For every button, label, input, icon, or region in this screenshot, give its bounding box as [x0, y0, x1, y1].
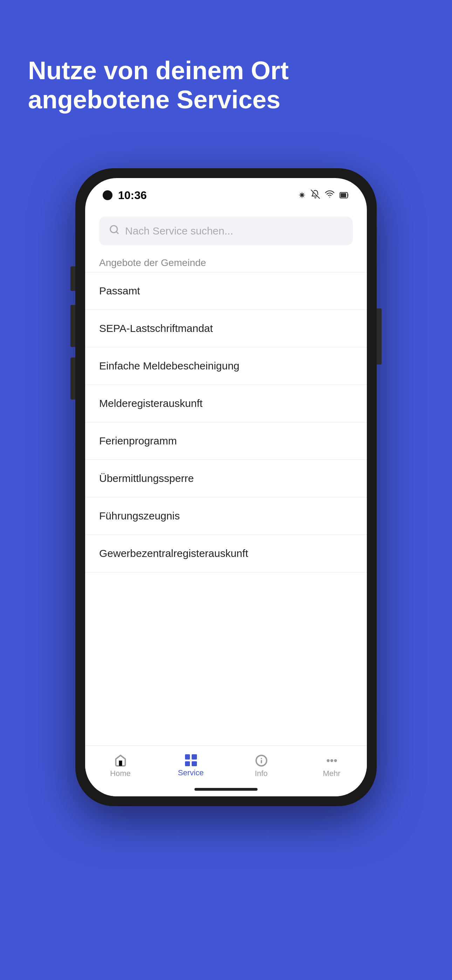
list-item-text: Einfache Meldebescheinigung — [99, 360, 239, 372]
svg-line-0 — [311, 190, 320, 198]
phone-shell: 10:36 ✷ — [75, 168, 377, 806]
bottom-navigation: Home Service — [85, 746, 367, 782]
section-label: Angebote der Gemeinde — [85, 252, 367, 272]
phone-device: 10:36 ✷ — [75, 168, 377, 806]
list-item-text: Passamt — [99, 285, 140, 297]
list-item[interactable]: Ferienprogramm — [85, 422, 367, 460]
status-bar: 10:36 ✷ — [85, 178, 367, 206]
home-indicator — [85, 782, 367, 796]
list-item-text: Gewerbezentralregisterauskunft — [99, 547, 248, 559]
svg-rect-2 — [341, 193, 346, 197]
list-item[interactable]: Einfache Meldebescheinigung — [85, 347, 367, 385]
list-item-text: Melderegisterauskunft — [99, 398, 202, 409]
search-input-box[interactable]: Nach Service suchen... — [99, 216, 353, 245]
nav-item-service[interactable]: Service — [156, 751, 226, 781]
home-icon — [114, 754, 127, 767]
wifi-icon — [325, 189, 334, 202]
volume-down-button — [70, 305, 75, 347]
power-button — [377, 309, 382, 364]
nav-label-info: Info — [255, 769, 268, 778]
nav-item-home[interactable]: Home — [85, 751, 156, 781]
list-item[interactable]: SEPA-Lastschriftmandat — [85, 310, 367, 347]
nav-label-home: Home — [110, 769, 131, 778]
hero-title: Nutze von deinem Ort angebotene Services — [28, 56, 424, 114]
list-item-text: Ferienprogramm — [99, 435, 177, 447]
list-item-text: SEPA-Lastschriftmandat — [99, 323, 213, 334]
home-bar — [194, 788, 258, 791]
status-icons-group: ✷ — [298, 189, 349, 202]
info-icon — [255, 754, 268, 767]
search-placeholder-text: Nach Service suchen... — [125, 225, 233, 237]
camera-icon — [103, 190, 113, 200]
list-item-text: Übermittlungssperre — [99, 473, 194, 484]
list-item[interactable]: Gewerbezentralregisterauskunft — [85, 535, 367, 573]
bell-off-icon — [311, 189, 320, 201]
app-content: Nach Service suchen... Angebote der Geme… — [85, 206, 367, 796]
list-item[interactable]: Passamt — [85, 272, 367, 310]
silent-button — [70, 358, 75, 399]
phone-screen: 10:36 ✷ — [85, 178, 367, 796]
services-list: Passamt SEPA-Lastschriftmandat Einfache … — [85, 272, 367, 746]
nav-item-mehr[interactable]: Mehr — [296, 751, 367, 781]
svg-line-4 — [116, 232, 118, 234]
search-icon — [109, 224, 119, 238]
list-item[interactable]: Führungszeugnis — [85, 497, 367, 535]
grid-icon — [185, 754, 197, 766]
svg-point-10 — [334, 760, 336, 762]
battery-icon — [339, 190, 349, 201]
time-display: 10:36 — [118, 189, 147, 202]
status-time-area: 10:36 — [103, 189, 147, 202]
volume-up-button — [70, 266, 75, 291]
nav-item-info[interactable]: Info — [226, 751, 296, 781]
more-icon — [326, 754, 338, 767]
nav-label-service: Service — [178, 768, 204, 777]
svg-point-9 — [331, 760, 333, 762]
list-item[interactable]: Übermittlungssperre — [85, 460, 367, 497]
list-item[interactable]: Melderegisterauskunft — [85, 385, 367, 422]
list-item-text: Führungszeugnis — [99, 510, 180, 522]
svg-point-8 — [327, 760, 329, 762]
bluetooth-icon: ✷ — [298, 190, 306, 201]
search-bar-container: Nach Service suchen... — [85, 216, 367, 252]
nav-label-mehr: Mehr — [323, 769, 340, 778]
